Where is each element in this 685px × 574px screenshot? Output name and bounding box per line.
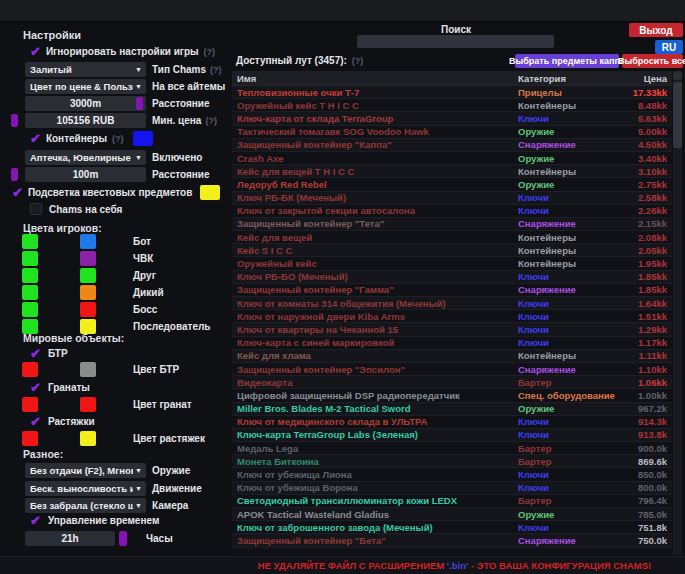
table-row[interactable]: Светодиодный трансиллюминатор кожи LEDXБ…: [232, 495, 672, 508]
table-row[interactable]: Кейс для вещейКонтейнеры2.08kk: [232, 231, 672, 244]
table-row[interactable]: Ключ РБ-БК (Меченый)Ключи2.58kk: [232, 192, 672, 205]
table-row[interactable]: Защищенный контейнер "Бета"Снаряжение750…: [232, 534, 672, 547]
table-row[interactable]: ВидеокартаБартер1.06kk: [232, 376, 672, 389]
tripwire-color-swatch-2[interactable]: [80, 431, 96, 446]
loot-hint[interactable]: (?): [352, 56, 364, 66]
ignore-game-settings-checkbox[interactable]: ✔ Игнорировать настройки игры (?): [30, 45, 215, 58]
player-color-swatch-2[interactable]: [80, 268, 96, 283]
player-color-swatch-1[interactable]: [22, 302, 38, 317]
table-row[interactable]: Ледоруб Red RebelОружие2.75kk: [232, 178, 672, 191]
table-row[interactable]: Ключ от заброшенного завода (Меченый)Клю…: [232, 521, 672, 534]
table-row[interactable]: Кейс для хламаКонтейнеры1.11kk: [232, 350, 672, 363]
table-row[interactable]: Ключ РБ-БО (Меченый)Ключи1.85kk: [232, 271, 672, 284]
table-row[interactable]: Защищенный контейнер "Тета"Снаряжение2.1…: [232, 218, 672, 231]
distance-input[interactable]: 3000m: [25, 96, 146, 111]
table-row[interactable]: Тепловизионные очки Т-7Прицелы17.33kk: [232, 86, 672, 99]
player-color-swatch-2[interactable]: [80, 302, 96, 317]
column-price[interactable]: Цена: [620, 73, 672, 84]
distance-color-swatch[interactable]: [136, 97, 143, 110]
language-button[interactable]: RU: [655, 40, 683, 54]
column-name[interactable]: Имя: [232, 73, 518, 84]
table-row[interactable]: Оружейный кейсКонтейнеры1.95kk: [232, 257, 672, 270]
table-row[interactable]: Тактический томагавк SOG Voodoo HawkОруж…: [232, 126, 672, 139]
table-row[interactable]: Ключ-карта от склада TerraGroupКлючи5.63…: [232, 112, 672, 125]
table-row[interactable]: Ключ от квартиры на Чеканной 15Ключи1.29…: [232, 323, 672, 336]
item-category: Контейнеры: [518, 258, 620, 269]
table-row[interactable]: Ключ от медицинского склада в УЛЬТРАКлюч…: [232, 416, 672, 429]
player-color-swatch-2[interactable]: [80, 285, 96, 300]
chams-type-hint[interactable]: (?): [210, 65, 222, 75]
chams-self-checkbox[interactable]: Chams на себя: [30, 203, 122, 215]
player-color-swatch-1[interactable]: [22, 234, 38, 249]
containers-color-swatch[interactable]: [133, 131, 153, 146]
item-price: 1.06kk: [620, 377, 672, 388]
table-row[interactable]: Ключ от убежища ВоронаКлючи800.0k: [232, 482, 672, 495]
hours-input[interactable]: 21h: [25, 531, 115, 546]
category-filter-select[interactable]: Аптечка, Ювелирные и... ▼: [25, 150, 146, 165]
select-kappa-items-button[interactable]: Выбрать предметы каппа: [515, 54, 619, 68]
min-price-hint[interactable]: (?): [205, 116, 217, 126]
table-row[interactable]: Кейс для вещей T H I C CКонтейнеры3.10kk: [232, 165, 672, 178]
exit-button[interactable]: Выход: [629, 23, 683, 37]
min-price-input[interactable]: 105156 RUB: [25, 113, 146, 128]
quest-highlight-checkbox[interactable]: ✔ Подсветка квестовых предметов: [12, 185, 220, 200]
table-row[interactable]: Ключ от наружной двери Kiba ArmsКлючи1.5…: [232, 310, 672, 323]
tripwires-checkbox[interactable]: ✔ Растяжки: [30, 415, 95, 428]
player-color-swatch-1[interactable]: [22, 268, 38, 283]
quest-highlight-color-swatch[interactable]: [200, 185, 220, 200]
btr-checkbox[interactable]: ✔ БТР: [30, 347, 68, 360]
table-row[interactable]: Защищенный контейнер "Каппа"Снаряжение4.…: [232, 139, 672, 152]
distance2-color-swatch[interactable]: [11, 168, 18, 181]
camera-select[interactable]: Без забрала (стекло шлема) ▼: [25, 498, 146, 513]
table-row[interactable]: Ключ-карта с синей маркировкойКлючи1.17k…: [232, 337, 672, 350]
scrollbar-thumb[interactable]: [673, 82, 682, 148]
item-name: Ключ от медицинского склада в УЛЬТРА: [232, 416, 518, 427]
time-control-checkbox[interactable]: ✔ Управление временем: [30, 514, 159, 527]
table-row[interactable]: Оружейный кейс T H I C CКонтейнеры8.48kk: [232, 99, 672, 112]
table-row[interactable]: Защищенный контейнер "Гамма"Снаряжение1.…: [232, 284, 672, 297]
min-price-color-swatch[interactable]: [11, 114, 18, 127]
player-color-swatch-2[interactable]: [80, 234, 96, 249]
table-scrollbar[interactable]: [673, 71, 682, 555]
table-row[interactable]: Цифровой защищенный DSP радиопередатчикС…: [232, 389, 672, 402]
table-row[interactable]: APOK Tactical Wasteland GladiusОружие785…: [232, 508, 672, 521]
ignore-game-settings-hint[interactable]: (?): [204, 47, 216, 57]
player-color-label: Босс: [133, 304, 157, 315]
table-row[interactable]: Ключ от комнаты 314 общежития (Меченый)К…: [232, 297, 672, 310]
weapon-select[interactable]: Без отдачи (F2), Мгновенное п ▼: [25, 463, 146, 478]
grenade-color-swatch-2[interactable]: [80, 397, 96, 412]
player-color-swatch-1[interactable]: [22, 285, 38, 300]
btr-color-swatch-2[interactable]: [80, 362, 96, 377]
btr-color-swatch-1[interactable]: [22, 362, 38, 377]
table-row[interactable]: Ключ от убежища ЛионаКлючи850.0k: [232, 468, 672, 481]
player-color-swatch-1[interactable]: [22, 251, 38, 266]
table-row[interactable]: Ключ-карта TerraGroup Labs (Зеленая)Ключ…: [232, 429, 672, 442]
tripwire-color-swatch-1[interactable]: [22, 431, 38, 446]
grenade-color-swatch-1[interactable]: [22, 397, 38, 412]
search-input[interactable]: [357, 35, 554, 48]
table-row[interactable]: Miller Bros. Blades M-2 Tactical SwordОр…: [232, 403, 672, 416]
scroll-up-arrow[interactable]: [673, 71, 682, 80]
table-row[interactable]: Crash AxeОружие3.40kk: [232, 152, 672, 165]
player-color-swatch-2[interactable]: [80, 251, 96, 266]
table-row[interactable]: Защищенный контейнер "Эпсилон"Снаряжение…: [232, 363, 672, 376]
drop-all-button[interactable]: Выбросить все: [622, 54, 683, 68]
table-row[interactable]: Ключ от закрытой секции автосалонаКлючи2…: [232, 205, 672, 218]
containers-hint[interactable]: (?): [112, 134, 124, 144]
table-row-partial[interactable]: [232, 548, 672, 555]
containers-checkbox[interactable]: ✔ Контейнеры (?): [30, 131, 153, 146]
table-row[interactable]: Монета БиткоинаБартер869.6k: [232, 455, 672, 468]
movement-select[interactable]: Беск. выносливость и нет уста ▼: [25, 481, 146, 496]
grenades-checkbox[interactable]: ✔ Гранаты: [30, 381, 90, 394]
item-price: 2.08kk: [620, 232, 672, 243]
hours-color-swatch[interactable]: [119, 531, 127, 546]
chevron-down-icon: ▼: [135, 485, 142, 492]
color-mode-select[interactable]: Цвет по цене & Пользователь ▼: [25, 79, 146, 94]
column-category[interactable]: Категория: [518, 73, 620, 84]
table-row[interactable]: Кейс S I C CКонтейнеры2.05kk: [232, 244, 672, 257]
item-category: Контейнеры: [518, 245, 620, 256]
item-price: 5.00kk: [620, 126, 672, 137]
chams-type-select[interactable]: Залитый ▼: [25, 62, 146, 77]
table-row[interactable]: Медаль LegaБартер900.0k: [232, 442, 672, 455]
distance2-input[interactable]: 100m: [25, 167, 146, 182]
